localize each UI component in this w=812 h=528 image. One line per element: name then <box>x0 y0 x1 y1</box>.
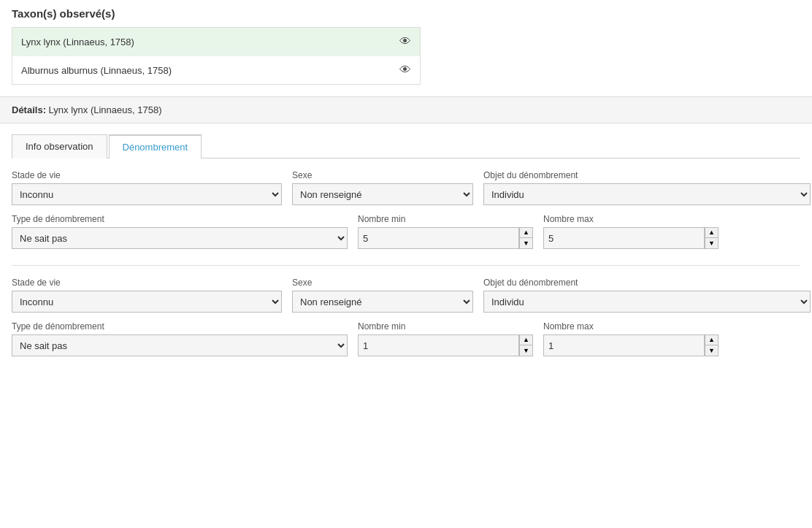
nombre-min-down-1[interactable]: ▼ <box>519 238 532 248</box>
nombre-max-buttons-1: ▲ ▼ <box>704 227 719 249</box>
sexe-select-2[interactable]: Non renseigné <box>292 291 473 313</box>
sexe-label-2: Sexe <box>292 278 473 288</box>
nombre-max-spinner-2: ▲ ▼ <box>543 334 719 356</box>
objet-select-1[interactable]: Individu <box>483 183 811 205</box>
objet-select-2[interactable]: Individu <box>483 291 811 313</box>
nombre-max-buttons-2: ▲ ▼ <box>704 334 719 356</box>
nombre-min-buttons-2: ▲ ▼ <box>518 334 533 356</box>
form-group-type-1: Type de dénombrement Ne sait pas <box>12 214 348 249</box>
form-group-stade-1: Stade de vie Inconnu <box>12 170 282 205</box>
nombre-max-down-2[interactable]: ▼ <box>705 345 718 356</box>
objet-label-2: Objet du dénombrement <box>483 278 811 288</box>
sexe-select-1[interactable]: Non renseigné <box>292 183 473 205</box>
taxon-item-2[interactable]: Alburnus alburnus (Linnaeus, 1758) 👁 <box>12 56 420 84</box>
type-select-2[interactable]: Ne sait pas <box>12 334 348 356</box>
nombre-min-up-1[interactable]: ▲ <box>519 228 532 238</box>
eye-icon-2[interactable]: 👁 <box>399 64 411 77</box>
form-group-objet-2: Objet du dénombrement Individu <box>483 278 811 313</box>
taxon-item-1[interactable]: Lynx lynx (Linnaeus, 1758) 👁 <box>12 28 420 56</box>
details-label: Détails: <box>12 104 46 115</box>
form-group-max-2: Nombre max ▲ ▼ <box>543 321 719 356</box>
nombre-min-label-1: Nombre min <box>358 214 533 224</box>
nombre-max-label-2: Nombre max <box>543 321 719 332</box>
nombre-max-up-1[interactable]: ▲ <box>705 228 718 238</box>
details-taxon: Lynx lynx (Linnaeus, 1758) <box>49 104 162 115</box>
nombre-min-down-2[interactable]: ▼ <box>519 345 532 356</box>
nombre-max-input-2[interactable] <box>543 334 704 356</box>
tabs-container: Info observation Dénombrement <box>12 134 800 158</box>
form-row-2a: Stade de vie Inconnu Sexe Non renseigné … <box>12 278 800 313</box>
stade-label-1: Stade de vie <box>12 170 282 180</box>
nombre-min-up-2[interactable]: ▲ <box>519 335 532 345</box>
taxon-name-1: Lynx lynx (Linnaeus, 1758) <box>21 37 134 47</box>
form-section-1: Stade de vie Inconnu Sexe Non renseigné … <box>12 158 800 266</box>
tab-info[interactable]: Info observation <box>12 134 107 158</box>
form-section-2: Stade de vie Inconnu Sexe Non renseigné … <box>12 266 800 372</box>
nombre-min-spinner-2: ▲ ▼ <box>358 334 533 356</box>
form-group-sexe-1: Sexe Non renseigné <box>292 170 473 205</box>
taxon-list: Lynx lynx (Linnaeus, 1758) 👁 Alburnus al… <box>12 27 421 85</box>
sexe-label-1: Sexe <box>292 170 473 180</box>
nombre-min-input-2[interactable] <box>358 334 518 356</box>
form-group-sexe-2: Sexe Non renseigné <box>292 278 473 313</box>
nombre-max-down-1[interactable]: ▼ <box>705 238 718 248</box>
nombre-min-buttons-1: ▲ ▼ <box>518 227 533 249</box>
section-title: Taxon(s) observé(s) <box>12 7 800 20</box>
form-group-objet-1: Objet du dénombrement Individu <box>483 170 811 205</box>
nombre-max-input-1[interactable] <box>543 227 704 249</box>
nombre-min-label-2: Nombre min <box>358 321 533 332</box>
objet-label-1: Objet du dénombrement <box>483 170 811 180</box>
form-group-min-1: Nombre min ▲ ▼ <box>358 214 533 249</box>
form-row-1a: Stade de vie Inconnu Sexe Non renseigné … <box>12 170 800 205</box>
type-label-1: Type de dénombrement <box>12 214 348 224</box>
nombre-max-up-2[interactable]: ▲ <box>705 335 718 345</box>
stade-select-2[interactable]: Inconnu <box>12 291 282 313</box>
form-row-2b: Type de dénombrement Ne sait pas Nombre … <box>12 321 800 356</box>
form-group-max-1: Nombre max ▲ ▼ <box>543 214 719 249</box>
nombre-max-label-1: Nombre max <box>543 214 719 224</box>
nombre-max-spinner-1: ▲ ▼ <box>543 227 719 249</box>
type-label-2: Type de dénombrement <box>12 321 348 332</box>
taxon-name-2: Alburnus alburnus (Linnaeus, 1758) <box>21 65 172 76</box>
form-group-stade-2: Stade de vie Inconnu <box>12 278 282 313</box>
stade-label-2: Stade de vie <box>12 278 282 288</box>
details-bar: Détails: Lynx lynx (Linnaeus, 1758) <box>0 96 812 123</box>
form-group-type-2: Type de dénombrement Ne sait pas <box>12 321 348 356</box>
form-row-1b: Type de dénombrement Ne sait pas Nombre … <box>12 214 800 249</box>
stade-select-1[interactable]: Inconnu <box>12 183 282 205</box>
tab-denombrement[interactable]: Dénombrement <box>109 134 202 158</box>
nombre-min-input-1[interactable] <box>358 227 518 249</box>
type-select-1[interactable]: Ne sait pas <box>12 227 348 249</box>
eye-icon-1[interactable]: 👁 <box>399 35 411 48</box>
form-group-min-2: Nombre min ▲ ▼ <box>358 321 533 356</box>
nombre-min-spinner-1: ▲ ▼ <box>358 227 533 249</box>
